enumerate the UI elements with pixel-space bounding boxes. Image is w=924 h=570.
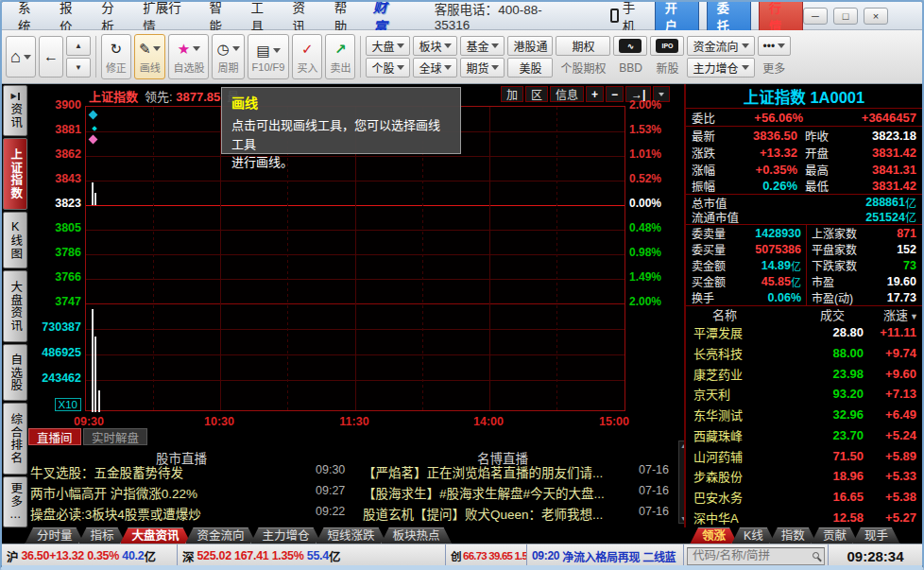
chart-header: 上证指数 领先: 3877.85 最: [89, 87, 239, 104]
weibi-percent: +56.06%: [735, 111, 803, 125]
more-dots-button[interactable]: •••: [758, 36, 792, 56]
watchlist-button[interactable]: ★自选股: [168, 34, 209, 79]
stock-search-input[interactable]: [687, 547, 825, 565]
price-marker-dot: [92, 126, 97, 131]
sz-index-summary[interactable]: 深 525.02 167.41 1.35% 55.4亿: [178, 544, 446, 567]
sidebar-item-more[interactable]: 更多…: [3, 476, 27, 527]
maximize-button[interactable]: □: [833, 8, 858, 25]
minimize-button[interactable]: ─: [803, 8, 828, 25]
hk-connect-button[interactable]: 港股通: [507, 36, 553, 56]
tab-volume[interactable]: 分时量: [25, 527, 85, 544]
tab-hot-sectors[interactable]: 板块热点: [381, 527, 453, 544]
region-button[interactable]: 区: [525, 86, 548, 102]
f10-button[interactable]: ▤F10/F9: [248, 34, 290, 79]
stock-row[interactable]: 康芝药业23.98+9.60: [686, 363, 922, 384]
stock-row[interactable]: 深中华A12.58+5.27: [686, 507, 922, 527]
news-item[interactable]: 【严焰茗】正在浏览焰茗直播的朋友们请...: [363, 462, 633, 481]
chevron-down-icon: [273, 48, 281, 53]
app-window: 系统 报价 分析 扩展行情 智能 工具 资讯 帮助 财富 客服电话：400-88…: [0, 0, 924, 570]
chevron-down-icon: [397, 65, 404, 70]
main-force-button[interactable]: 主力增仓: [687, 58, 754, 78]
sh-index-summary[interactable]: 沪 36.50+13.32 0.35% 40.2亿: [2, 544, 178, 567]
page-down-button[interactable]: ▼: [66, 58, 91, 78]
y-axis-label: 3747: [2, 295, 81, 308]
buy-button[interactable]: ✓买入: [292, 34, 322, 79]
stock-row[interactable]: 东华测试32.96+6.49: [686, 405, 922, 425]
stock-row[interactable]: 西藏珠峰23.70+5.24: [686, 425, 922, 446]
y-axis-label: 3881: [2, 123, 81, 136]
tab-realtime-commentary[interactable]: 实时解盘: [83, 428, 147, 445]
total-market-cap: 288861: [760, 196, 905, 209]
stock-options-button[interactable]: 个股期权: [556, 58, 610, 78]
us-stock-button[interactable]: 美股: [507, 58, 553, 78]
news-item[interactable]: 【股海求生】#股海求生解盘#今天的大盘...: [363, 483, 633, 502]
phone-icon: [610, 9, 619, 23]
news-item[interactable]: 操盘必读:3板块4股票或遭爆炒: [30, 504, 310, 523]
more-button[interactable]: 更多: [758, 58, 792, 78]
options-button[interactable]: 期权: [556, 36, 610, 56]
correct-label: 修正: [106, 60, 127, 75]
tab-main-force[interactable]: 主力增仓: [250, 527, 322, 544]
add-button[interactable]: 加: [501, 86, 523, 102]
sidebar-item-kline[interactable]: K线图: [3, 212, 27, 268]
stock-row[interactable]: 平潭发展28.80+11.11: [686, 322, 922, 343]
chevron-down-icon: [193, 46, 200, 51]
price-tick: [94, 193, 96, 205]
zoom-out-button[interactable]: −: [606, 86, 624, 102]
bbd-button[interactable]: ∿: [613, 36, 647, 56]
news-item[interactable]: 两市小幅高开 沪指微涨0.22%: [30, 483, 310, 502]
news-ticker[interactable]: 09:20 净流入格局再现 二线蓝: [527, 544, 684, 567]
sector-button[interactable]: 板块: [413, 36, 457, 56]
volume-bar: [94, 337, 96, 412]
zoom-in-button[interactable]: +: [586, 86, 604, 102]
tab-live-room[interactable]: 直播间: [28, 428, 81, 445]
document-icon: ▤: [256, 43, 269, 60]
global-button[interactable]: 全球: [413, 58, 457, 78]
correct-button[interactable]: ↻修正: [101, 34, 131, 79]
sell-button[interactable]: ↗卖出: [325, 34, 355, 79]
stock-row[interactable]: 步森股份18.96+5.33: [686, 466, 922, 487]
decliners: 73: [872, 259, 916, 272]
y-axis-label: 3805: [2, 221, 81, 234]
stock-row[interactable]: 巴安水务16.65+5.38: [686, 487, 922, 508]
tab-money-flow[interactable]: 资金流向: [185, 527, 257, 544]
news-item[interactable]: 牛叉选股：五金股蓄势待发: [30, 462, 310, 481]
page-up-button[interactable]: ▲: [66, 36, 91, 56]
chevron-down-icon: [153, 46, 161, 51]
futures-button[interactable]: 期货: [460, 58, 505, 78]
stock-row[interactable]: 长亮科技88.00+9.74: [686, 343, 922, 364]
back-button[interactable]: ←: [39, 36, 63, 78]
market-overview-button[interactable]: 大盘: [366, 36, 410, 56]
draw-line-button[interactable]: ✎画线: [134, 34, 166, 79]
fund-button[interactable]: 基金: [460, 36, 505, 56]
quote-row: 委买量5075386 平盘家数152: [686, 241, 922, 257]
index-title[interactable]: 上证指数 1A0001: [686, 84, 922, 109]
sidebar-item-ranking[interactable]: 综合排名: [3, 403, 27, 475]
tab-current-volume[interactable]: 现手: [852, 527, 900, 544]
star-icon: ★: [178, 41, 190, 58]
home-button[interactable]: ⌂: [6, 36, 36, 78]
period-button[interactable]: ◷周期: [212, 34, 244, 79]
money-flow-button[interactable]: 资金流向: [687, 36, 754, 56]
info-button[interactable]: 信息: [550, 86, 584, 102]
speed-column-header[interactable]: 涨速▼: [864, 305, 922, 323]
news-item[interactable]: 股道玄机【提问】败犬Queen：老师我想...: [363, 504, 633, 523]
stock-row[interactable]: 京天利93.20+7.13: [686, 384, 922, 405]
bbd-label: BBD: [614, 58, 647, 78]
stock-row[interactable]: 山河药辅71.50+5.89: [686, 445, 922, 466]
change-percent: +0.35%: [735, 163, 797, 177]
right-tab-bar: 领涨 K线 指数 贡献 现手: [690, 527, 894, 544]
close-button[interactable]: ×: [864, 8, 888, 25]
main-toolbar: ⌂ ← ▲ ▼ ↻修正 ✎画线 ★自选股 ◷周期 ▤F10/F9 ✓买入 ↗卖出…: [2, 30, 922, 84]
ipo-button[interactable]: IPO: [650, 36, 684, 56]
sell-amount: 14.89: [737, 259, 791, 272]
price-column-header[interactable]: 成交: [801, 305, 864, 323]
tab-short-term[interactable]: 短线涨跌: [316, 527, 387, 544]
buy-label: 买入: [297, 60, 317, 75]
stock-button[interactable]: 个股: [366, 58, 410, 78]
tab-market-news[interactable]: 大盘资讯: [120, 527, 192, 544]
cyb-index-summary[interactable]: 创 66.73 39.65 1.51% 23亿: [446, 544, 527, 567]
quote-row: 涨幅+0.35% 最高3841.31: [686, 161, 922, 178]
search-icon[interactable]: [813, 552, 819, 559]
name-column-header[interactable]: 名称: [686, 305, 801, 323]
